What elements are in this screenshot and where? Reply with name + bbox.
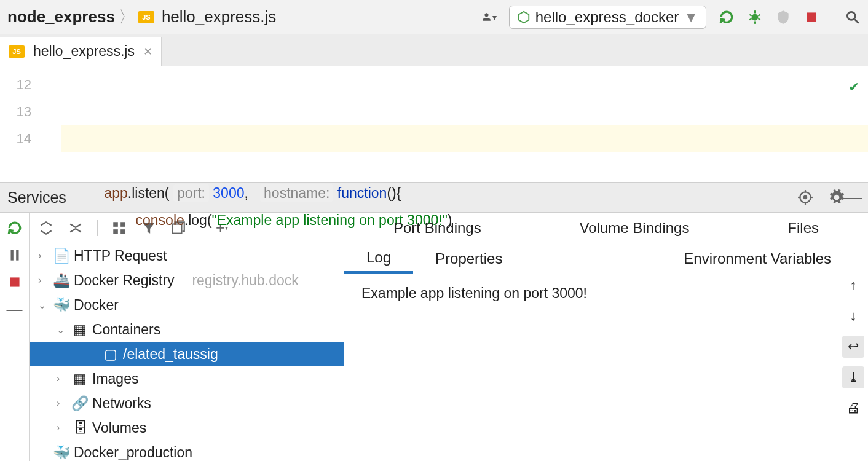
tree-item-networks[interactable]: ›🔗Networks bbox=[30, 391, 344, 416]
log-toolbar: ↑ ↓ ↩ ⤓ 🖨 bbox=[838, 274, 868, 419]
pause-icon[interactable] bbox=[7, 247, 23, 263]
breadcrumb[interactable]: node_express 〉 JS hello_express.js bbox=[7, 6, 276, 28]
close-icon[interactable]: ✕ bbox=[143, 45, 152, 58]
tab-files[interactable]: Files bbox=[787, 219, 819, 237]
scroll-down-icon[interactable]: ↓ bbox=[842, 305, 864, 327]
svg-line-7 bbox=[758, 18, 760, 20]
panel-title: Services bbox=[7, 189, 66, 207]
tab-env-vars[interactable]: Environment Variables bbox=[661, 243, 868, 274]
tree-item-volumes[interactable]: ›🗄Volumes bbox=[30, 416, 344, 440]
detail-tabs-bottom: Log Properties Environment Variables bbox=[344, 243, 868, 274]
coverage-icon[interactable] bbox=[775, 9, 791, 25]
svg-line-10 bbox=[854, 19, 859, 23]
svg-rect-17 bbox=[10, 250, 13, 260]
svg-line-5 bbox=[758, 14, 760, 15]
chevron-down-icon: ▼ bbox=[684, 9, 698, 26]
containers-icon: ▦ bbox=[73, 321, 87, 338]
search-icon[interactable] bbox=[845, 9, 861, 25]
tree-item-docker[interactable]: ⌄🐳Docker bbox=[30, 293, 344, 317]
stop-icon[interactable] bbox=[803, 9, 819, 25]
js-file-icon: JS bbox=[9, 45, 25, 58]
tree-item-containers[interactable]: ⌄▦Containers bbox=[30, 317, 344, 342]
line-gutter: 12 13 14 bbox=[0, 66, 61, 182]
tab-properties[interactable]: Properties bbox=[413, 243, 524, 274]
container-running-icon: ▢ bbox=[103, 346, 118, 363]
svg-rect-8 bbox=[807, 12, 816, 22]
line-number: 12 bbox=[0, 71, 31, 98]
networks-icon: 🔗 bbox=[73, 395, 87, 412]
line-number: 13 bbox=[0, 98, 31, 125]
docker-icon: 🐳 bbox=[54, 297, 69, 313]
breadcrumb-project[interactable]: node_express bbox=[7, 7, 115, 26]
debug-icon[interactable] bbox=[747, 9, 763, 25]
log-output[interactable]: Example app listening on port 3000! bbox=[344, 274, 868, 461]
rerun-icon[interactable] bbox=[719, 9, 735, 25]
code-editor[interactable]: 12 13 14 app.listen( port: 3000, hostnam… bbox=[0, 66, 868, 182]
code-body[interactable]: app.listen( port: 3000, hostname: functi… bbox=[61, 66, 868, 182]
print-icon[interactable]: 🖨 bbox=[842, 397, 864, 419]
svg-point-9 bbox=[847, 12, 855, 20]
svg-line-4 bbox=[749, 14, 751, 15]
run-config-name: hello_express_docker bbox=[535, 9, 679, 26]
svg-line-6 bbox=[749, 18, 751, 20]
tab-volume-bindings[interactable]: Volume Bindings bbox=[580, 219, 690, 237]
soft-wrap-icon[interactable]: ↩ bbox=[842, 336, 864, 358]
svg-rect-19 bbox=[10, 277, 19, 286]
services-left-toolbar: — bbox=[0, 213, 30, 461]
top-toolbar: node_express 〉 JS hello_express.js ▾ hel… bbox=[0, 0, 868, 34]
minimize-icon[interactable]: — bbox=[7, 301, 23, 317]
scroll-to-end-icon[interactable]: ⤓ bbox=[842, 366, 864, 388]
svg-rect-18 bbox=[16, 250, 18, 260]
svg-marker-0 bbox=[519, 11, 529, 22]
editor-tabs: JS hello_express.js ✕ bbox=[0, 34, 868, 66]
tab-log[interactable]: Log bbox=[344, 243, 413, 274]
editor-tab-active[interactable]: JS hello_express.js ✕ bbox=[0, 37, 162, 66]
line-number: 14 bbox=[0, 125, 31, 152]
expand-all-icon[interactable] bbox=[38, 220, 54, 236]
rerun-icon[interactable] bbox=[7, 220, 23, 236]
detail-tabs-top: Port Bindings Volume Bindings Files bbox=[344, 213, 868, 243]
breadcrumb-separator: 〉 bbox=[119, 6, 135, 28]
stop-icon[interactable] bbox=[7, 274, 23, 290]
tree-item-container-selected[interactable]: ▢/elated_taussig bbox=[30, 342, 344, 366]
tree-item-docker-prod[interactable]: 🐳Docker_production bbox=[30, 440, 344, 461]
volumes-icon: 🗄 bbox=[73, 420, 87, 436]
tab-port-bindings[interactable]: Port Bindings bbox=[393, 219, 481, 237]
nodejs-icon bbox=[517, 10, 531, 24]
user-icon[interactable]: ▾ bbox=[481, 9, 497, 25]
docker-icon: 🐳 bbox=[54, 444, 69, 461]
breadcrumb-file[interactable]: hello_express.js bbox=[162, 7, 276, 26]
tree-item-images[interactable]: ›▦Images bbox=[30, 366, 344, 391]
images-icon: ▦ bbox=[73, 371, 87, 387]
inspection-ok-icon[interactable]: ✔ bbox=[848, 74, 859, 101]
svg-point-1 bbox=[752, 14, 759, 20]
tab-filename: hello_express.js bbox=[33, 43, 135, 60]
scroll-up-icon[interactable]: ↑ bbox=[842, 274, 864, 296]
js-file-icon: JS bbox=[138, 11, 154, 23]
run-configuration-dropdown[interactable]: hello_express_docker ▼ bbox=[509, 6, 706, 29]
services-detail-panel: Port Bindings Volume Bindings Files Log … bbox=[344, 213, 868, 461]
